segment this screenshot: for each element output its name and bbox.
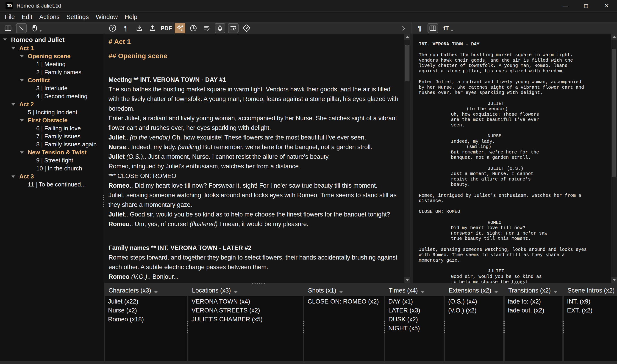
toolbar-overflow-button[interactable]: [398, 23, 409, 33]
fountain-button[interactable]: [241, 23, 252, 33]
sidebar-splitter-grip[interactable]: [103, 195, 104, 208]
menu-help[interactable]: Help: [121, 13, 141, 21]
panel-splitter-grip[interactable]: [384, 321, 385, 335]
editor-scroll-up-button[interactable]: [404, 34, 410, 40]
outline-item-act-1[interactable]: Act 1: [0, 44, 104, 52]
outline-item-conflict[interactable]: Conflict: [0, 76, 104, 84]
menu-file[interactable]: File: [1, 13, 18, 21]
panel-splitter-grip[interactable]: [303, 321, 304, 335]
preview-pilcrow-button[interactable]: ¶: [414, 23, 425, 33]
outline-item-5[interactable]: 5|Inciting Incident: [0, 108, 104, 116]
outline-item-8[interactable]: 8|Family issues again: [0, 140, 104, 148]
list-item[interactable]: (V.O.) (x2): [448, 306, 503, 315]
maximize-button[interactable]: □: [576, 0, 596, 12]
menu-actions[interactable]: Actions: [36, 13, 63, 21]
editor-scroll-track[interactable]: [404, 40, 410, 277]
menu-edit[interactable]: Edit: [18, 13, 36, 21]
chevron-down-icon[interactable]: [234, 291, 237, 293]
menu-window[interactable]: Window: [92, 13, 121, 21]
panel-splitter-grip[interactable]: [563, 321, 564, 335]
bottom-splitter[interactable]: [104, 283, 617, 285]
list-item[interactable]: fade to: (x2): [508, 297, 562, 306]
outline-item-7[interactable]: 7|Family issues: [0, 132, 104, 140]
preview-scroll-up-button[interactable]: [611, 34, 617, 40]
chevron-down-icon[interactable]: [554, 291, 557, 293]
chevron-down-icon[interactable]: [154, 291, 158, 293]
list-item[interactable]: fade out. (x2): [508, 306, 562, 315]
list-item[interactable]: DUSK (x2): [388, 315, 444, 324]
line-tool-button[interactable]: [16, 23, 27, 33]
preview-columns-button[interactable]: [427, 23, 438, 33]
outline-item-act-3[interactable]: Act 3: [0, 172, 104, 181]
list-item[interactable]: VERONA STREETS (x2): [192, 306, 303, 315]
outline-item-9[interactable]: 9|Street fight: [0, 156, 104, 165]
chevron-down-icon[interactable]: [12, 47, 15, 50]
outline-item-3[interactable]: 3|Interlude: [0, 84, 104, 92]
preview-pane[interactable]: INT. VERONA TOWN - DAY The sun bathes th…: [413, 34, 611, 283]
outline-item-first-obstacle[interactable]: First Obstacle: [0, 116, 104, 124]
panel-header[interactable]: Characters (x3): [105, 285, 187, 296]
outline-item-4[interactable]: 4|Second meeting: [0, 92, 104, 100]
pdf-export-button[interactable]: PDF: [161, 23, 172, 33]
chevron-down-icon[interactable]: [3, 39, 7, 41]
list-item[interactable]: VERONA TOWN (x4): [192, 297, 303, 306]
panel-splitter-grip[interactable]: [187, 321, 188, 335]
export-button[interactable]: [147, 23, 158, 33]
panel-header[interactable]: Shots (x1): [304, 285, 384, 296]
list-item[interactable]: (O.S.) (x4): [448, 297, 503, 306]
outline-item-act-2[interactable]: Act 2: [0, 100, 104, 108]
outline-item-6[interactable]: 6|Falling in love: [0, 124, 104, 132]
editor-pane[interactable]: # Act 1## Opening sceneMeeting ** INT. V…: [104, 34, 404, 283]
list-item[interactable]: Nurse (x2): [108, 306, 187, 315]
chevron-down-icon[interactable]: [20, 151, 24, 154]
list-item[interactable]: Romeo (x18): [108, 315, 187, 324]
list-item[interactable]: Juliet (x22): [108, 297, 187, 306]
columns-view-button[interactable]: [3, 23, 13, 33]
text-wrap-button[interactable]: [228, 23, 239, 33]
outline-item-opening-scene[interactable]: Opening scene: [0, 52, 104, 60]
help-button[interactable]: ?: [107, 23, 118, 33]
preview-scrollbar[interactable]: [611, 34, 617, 283]
editor-preview-splitter[interactable]: [410, 34, 413, 283]
editor-scrollbar[interactable]: [404, 34, 410, 283]
sparkles-button[interactable]: [175, 23, 185, 33]
panel-header[interactable]: Scene Intros (x2): [564, 285, 617, 296]
list-item[interactable]: DAY (x1): [388, 297, 444, 306]
edit-notes-button[interactable]: [201, 23, 212, 33]
outline-item-10[interactable]: 10|In the church: [0, 165, 104, 172]
list-item[interactable]: EXT. (x2): [567, 306, 617, 315]
editor-scroll-down-button[interactable]: [404, 277, 410, 283]
outline-item-new-tension-twist[interactable]: New Tension & Twist: [0, 148, 104, 156]
editor-scroll-thumb[interactable]: [405, 45, 410, 81]
splitter-grip[interactable]: [511, 283, 524, 284]
minimize-button[interactable]: —: [555, 0, 576, 12]
ink-drop-button[interactable]: [215, 23, 225, 33]
panel-header[interactable]: Transitions (x2): [505, 285, 562, 296]
chevron-down-icon[interactable]: [340, 291, 343, 293]
preview-scroll-thumb[interactable]: [612, 49, 616, 177]
mouse-mode-button[interactable]: [29, 23, 40, 33]
list-item[interactable]: CLOSE ON: ROMEO (x2): [308, 297, 384, 306]
panel-header[interactable]: Extensions (x2): [445, 285, 503, 296]
pilcrow-button[interactable]: ¶: [121, 23, 131, 33]
close-button[interactable]: ✕: [596, 0, 617, 12]
chevron-down-icon[interactable]: [12, 103, 15, 106]
chevron-down-icon[interactable]: [20, 55, 24, 57]
list-item[interactable]: INT. (x9): [567, 297, 617, 306]
chevron-down-icon[interactable]: [421, 291, 424, 293]
panel-splitter-grip[interactable]: [444, 321, 445, 335]
import-button[interactable]: [134, 23, 145, 33]
history-button[interactable]: [188, 23, 199, 33]
panel-header[interactable]: Locations (x3): [188, 285, 303, 296]
outline-item-1[interactable]: 1|Meeting: [0, 60, 104, 68]
list-item[interactable]: JULIET'S CHAMBER (x5): [192, 315, 303, 324]
chevron-down-icon[interactable]: [20, 119, 24, 122]
splitter-grip[interactable]: [252, 283, 265, 284]
menu-settings[interactable]: Settings: [63, 13, 92, 21]
outline-item-romeo-and-juliet[interactable]: Romeo and Juliet: [0, 36, 104, 44]
chevron-down-icon[interactable]: [494, 291, 498, 293]
chevron-down-icon[interactable]: [12, 175, 15, 178]
chevron-down-icon[interactable]: [20, 79, 24, 81]
preview-scroll-down-button[interactable]: [611, 277, 617, 283]
panel-splitter-grip[interactable]: [504, 321, 505, 335]
